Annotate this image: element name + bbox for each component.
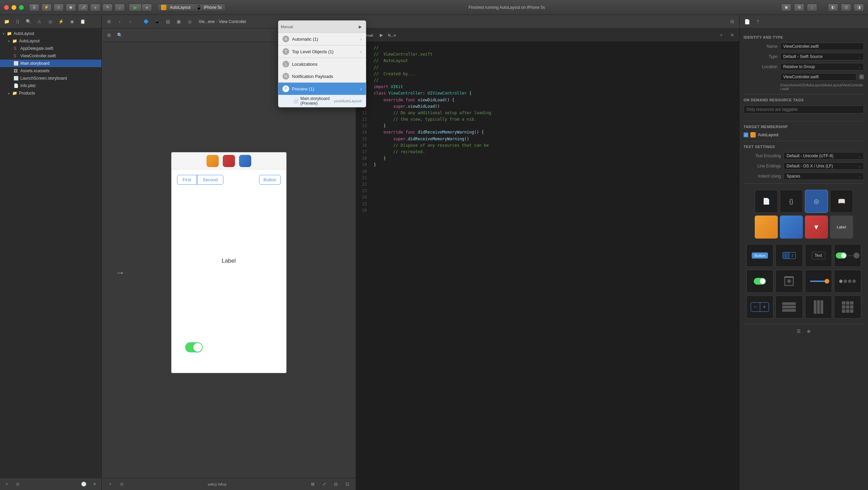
- dropdown-storyboard-preview[interactable]: ⬜ Main.storyboard (Preview) yout/AutoLay…: [278, 95, 366, 107]
- reports-nav-button[interactable]: 📋: [79, 18, 87, 26]
- tree-item-appdelegate[interactable]: S AppDelegate.swift: [0, 45, 101, 52]
- gear-icon[interactable]: ⚙: [859, 75, 864, 79]
- add-constraint-button[interactable]: ⊞: [104, 31, 113, 40]
- dropdown-play[interactable]: ▶: [359, 24, 362, 29]
- class-icon[interactable]: {}: [780, 190, 803, 213]
- editor-mode-assistant[interactable]: ⊞: [794, 4, 804, 11]
- icon-blue[interactable]: [780, 216, 803, 239]
- table-g-component[interactable]: [834, 295, 861, 319]
- phone-frame[interactable]: First Second Button Label: [171, 152, 287, 373]
- file-type-icon[interactable]: 📄: [755, 190, 778, 213]
- constraint-button[interactable]: ⊟: [331, 480, 340, 489]
- breadcrumb-icon2[interactable]: 📱: [153, 17, 161, 26]
- dropdown-localizations[interactable]: L Localizations: [278, 58, 366, 70]
- symbol-nav-button[interactable]: ⟨⟩: [14, 18, 22, 26]
- text-component[interactable]: Text: [805, 244, 832, 267]
- toggle-switch[interactable]: [185, 342, 203, 352]
- seg-second[interactable]: Second: [197, 175, 223, 185]
- breadcrumb-icon5[interactable]: ◎: [185, 17, 194, 26]
- dropdown-automatic[interactable]: A Automatic (1) ›: [278, 33, 366, 45]
- assistant-editor-button[interactable]: ⊟: [728, 17, 736, 26]
- git-button[interactable]: ⎇: [78, 4, 88, 11]
- project-nav-button[interactable]: 📁: [3, 18, 11, 26]
- orient-button[interactable]: ⤢: [320, 480, 329, 489]
- toggle-component[interactable]: —: [834, 244, 861, 267]
- tree-item-root-autolayout[interactable]: ▾ 📁 AutoLayout: [0, 30, 101, 37]
- debug-button[interactable]: ⚡: [41, 4, 52, 11]
- seg-first[interactable]: First: [177, 175, 197, 185]
- button-component[interactable]: Button: [746, 244, 773, 267]
- debug-nav-button[interactable]: ⚡: [57, 18, 65, 26]
- circle-icon[interactable]: ◎: [805, 190, 828, 213]
- search-nav-button[interactable]: 🔍: [24, 18, 33, 26]
- history-button[interactable]: 🕐: [80, 480, 88, 488]
- location-sub-value[interactable]: ViewController.swift: [780, 73, 856, 81]
- table-nav-icon[interactable]: ☰: [795, 327, 803, 335]
- issues-nav-button[interactable]: ⚠: [35, 18, 43, 26]
- breakpoints-button[interactable]: ◉: [66, 4, 76, 11]
- file-inspector-tab[interactable]: 📄: [742, 17, 752, 26]
- breadcrumb-part2[interactable]: View Controller: [219, 19, 246, 24]
- type-value[interactable]: Default - Swift Source ⌄: [780, 53, 864, 60]
- toggle2-component[interactable]: [746, 270, 773, 293]
- dropdown-preview[interactable]: P Preview (1) ›: [278, 83, 366, 95]
- navigate-button[interactable]: ≡: [90, 4, 100, 11]
- name-value[interactable]: ViewController.swift: [780, 43, 864, 50]
- add-button[interactable]: +: [3, 480, 11, 488]
- table-v-component[interactable]: [775, 295, 803, 319]
- structure-nav-button[interactable]: ⊞: [104, 17, 113, 26]
- breadcrumb-icon4[interactable]: ▣: [174, 17, 183, 26]
- layout-button[interactable]: ⊙: [117, 480, 126, 489]
- close-assistant-button[interactable]: ✕: [728, 31, 736, 40]
- dropdown-notification[interactable]: N Notification Payloads: [278, 70, 366, 82]
- forward-button[interactable]: ›: [126, 17, 135, 26]
- breakpoints-nav-button[interactable]: ◉: [68, 18, 76, 26]
- sidebar-toggle-button[interactable]: ☰: [29, 4, 39, 11]
- more-button[interactable]: ≡: [91, 480, 99, 488]
- editor-button[interactable]: ✎: [102, 4, 113, 11]
- breadcrumb-part1[interactable]: Vie...ene: [199, 19, 215, 24]
- device-button[interactable]: ⊠: [308, 480, 317, 489]
- run-button[interactable]: ▶: [129, 4, 142, 11]
- tree-item-launchscreen[interactable]: ⬜ LaunchScreen.storyboard: [0, 75, 101, 82]
- add-nav-icon[interactable]: ⊕: [805, 327, 813, 335]
- test-nav-button[interactable]: ◎: [46, 18, 54, 26]
- line-endings-value[interactable]: Default - OS X / Unix (LF) ⌄: [784, 162, 864, 170]
- assistant-breadcrumb[interactable]: N...n: [388, 31, 396, 40]
- breadcrumb-icon1[interactable]: 🔷: [142, 17, 151, 26]
- tree-item-infoplist[interactable]: 📄 Info.plist: [0, 82, 101, 89]
- stop-button[interactable]: ■: [142, 4, 152, 11]
- navigator-toggle[interactable]: ◧: [828, 4, 838, 11]
- add-button[interactable]: +: [106, 480, 115, 489]
- add-assistant-button[interactable]: +: [717, 31, 726, 40]
- icon-label[interactable]: Label: [830, 216, 853, 239]
- find-button[interactable]: ⌕: [115, 4, 125, 11]
- phone-content[interactable]: First Second Button Label: [172, 169, 286, 373]
- slider-component[interactable]: [805, 270, 832, 293]
- tree-item-assets[interactable]: 🖼 Assets.xcassets: [0, 67, 101, 75]
- icon-red-arrow[interactable]: ▼: [805, 216, 828, 239]
- breadcrumb-icon3[interactable]: ▤: [163, 17, 172, 26]
- encoding-value[interactable]: Default - Unicode (UTF-8) ⌄: [784, 152, 864, 160]
- stepper-component[interactable]: − +: [746, 295, 773, 319]
- debug-area-toggle[interactable]: ⊡: [841, 4, 851, 11]
- on-demand-input[interactable]: [744, 105, 864, 114]
- location-value[interactable]: Relative to Group ⌄: [780, 63, 864, 70]
- maximize-button[interactable]: [19, 5, 24, 10]
- segmented-component[interactable]: 1 2: [775, 244, 803, 267]
- phone-button[interactable]: Button: [259, 175, 281, 185]
- icon-orange[interactable]: [755, 216, 778, 239]
- back-button[interactable]: ‹: [115, 17, 124, 26]
- tree-item-products[interactable]: ▸ 📁 Products: [0, 89, 101, 97]
- zoom-out-button[interactable]: 🔍: [115, 31, 124, 40]
- tree-item-viewcontroller[interactable]: S ViewController.swift: [0, 52, 101, 60]
- table-h-component[interactable]: [805, 295, 832, 319]
- close-button[interactable]: [4, 5, 9, 10]
- minimize-button[interactable]: [12, 5, 16, 10]
- issues-button[interactable]: ⚠: [54, 4, 64, 11]
- quick-help-tab[interactable]: ?: [753, 17, 763, 26]
- tree-item-main-storyboard[interactable]: ⬜ Main.storyboard: [0, 60, 101, 67]
- spinner-component[interactable]: ✳: [775, 270, 803, 293]
- target-checkbox[interactable]: ✓: [744, 132, 748, 137]
- dropdown-menu[interactable]: Manual ▶ A Automatic (1) › T Top Level O…: [278, 20, 366, 107]
